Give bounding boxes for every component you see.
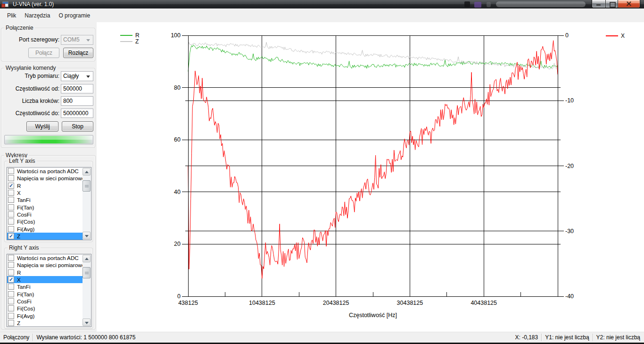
svg-text:X: X xyxy=(621,33,625,39)
svg-text:-10: -10 xyxy=(565,97,574,104)
status-item: Połączony xyxy=(3,334,29,341)
svg-text:-20: -20 xyxy=(565,163,574,169)
chart-plot[interactable]: 1008060402000-10-20-30-40438125104381252… xyxy=(0,0,644,344)
svg-text:60: 60 xyxy=(174,136,181,143)
svg-text:40438125: 40438125 xyxy=(471,300,497,306)
statusbar-separator xyxy=(541,334,542,341)
status-left: PołączonyWysłane wartości: 1 500000 800 … xyxy=(0,334,135,341)
status-item: Wysłane wartości: 1 500000 800 61875 xyxy=(36,334,135,341)
svg-text:-40: -40 xyxy=(565,293,574,300)
svg-text:0: 0 xyxy=(177,293,181,300)
svg-text:20438125: 20438125 xyxy=(323,300,349,306)
status-item: X: -0,183 xyxy=(515,334,538,341)
statusbar-separator xyxy=(33,334,33,341)
status-right: X: -0,183Y1: nie jest liczbąY2: nie jest… xyxy=(515,334,644,341)
statusbar: PołączonyWysłane wartości: 1 500000 800 … xyxy=(0,332,644,343)
svg-text:R: R xyxy=(135,32,140,39)
svg-text:-30: -30 xyxy=(565,228,574,235)
svg-text:40: 40 xyxy=(174,189,181,195)
statusbar-separator xyxy=(593,334,593,341)
svg-text:0: 0 xyxy=(565,32,569,39)
status-item: Y1: nie jest liczbą xyxy=(545,334,589,341)
status-item: Y2: nie jest liczbą xyxy=(596,334,640,341)
app-window: U-VNA (ver. 1.0) PlikNarzędziaO programi… xyxy=(0,0,644,344)
svg-text:100: 100 xyxy=(171,32,181,39)
svg-text:30438125: 30438125 xyxy=(397,300,423,306)
svg-text:20: 20 xyxy=(174,241,181,247)
svg-text:438125: 438125 xyxy=(178,300,198,306)
svg-text:80: 80 xyxy=(174,84,181,91)
svg-text:10438125: 10438125 xyxy=(249,300,275,306)
svg-text:Częstotliwość [Hz]: Częstotliwość [Hz] xyxy=(349,312,397,319)
svg-text:Z: Z xyxy=(135,38,139,45)
